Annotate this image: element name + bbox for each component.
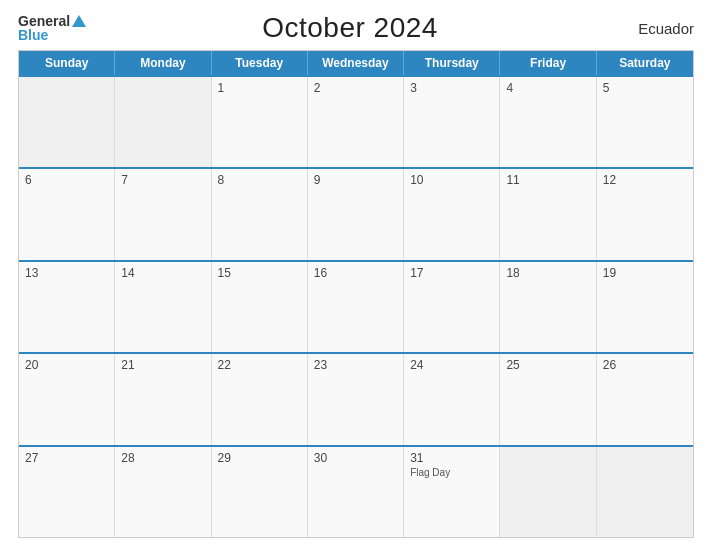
calendar-cell: [115, 77, 211, 167]
logo: General Blue: [18, 14, 86, 42]
calendar-cell: 27: [19, 447, 115, 537]
calendar-cell: 16: [308, 262, 404, 352]
calendar-cell: 7: [115, 169, 211, 259]
day-number: 13: [25, 266, 108, 280]
day-number: 23: [314, 358, 397, 372]
country-label: Ecuador: [614, 20, 694, 37]
page: General Blue October 2024 Ecuador Sunday…: [0, 0, 712, 550]
day-number: 25: [506, 358, 589, 372]
calendar-cell: 4: [500, 77, 596, 167]
day-number: 28: [121, 451, 204, 465]
calendar-cell: 9: [308, 169, 404, 259]
calendar-cell: 3: [404, 77, 500, 167]
calendar-cell: 14: [115, 262, 211, 352]
day-number: 2: [314, 81, 397, 95]
day-number: 26: [603, 358, 687, 372]
header-day-thursday: Thursday: [404, 51, 500, 75]
header-day-sunday: Sunday: [19, 51, 115, 75]
logo-blue-text: Blue: [18, 28, 48, 42]
calendar-cell: 31Flag Day: [404, 447, 500, 537]
calendar-cell: 11: [500, 169, 596, 259]
calendar-cell: 6: [19, 169, 115, 259]
logo-general-text: General: [18, 14, 70, 28]
calendar-cell: 8: [212, 169, 308, 259]
calendar-cell: 12: [597, 169, 693, 259]
week-row-3: 13141516171819: [19, 260, 693, 352]
day-number: 31: [410, 451, 493, 465]
calendar-cell: 20: [19, 354, 115, 444]
event-label: Flag Day: [410, 467, 493, 478]
logo-triangle-icon: [72, 15, 86, 27]
calendar-cell: [19, 77, 115, 167]
calendar-cell: 26: [597, 354, 693, 444]
calendar-cell: 19: [597, 262, 693, 352]
day-number: 14: [121, 266, 204, 280]
header-day-friday: Friday: [500, 51, 596, 75]
calendar: SundayMondayTuesdayWednesdayThursdayFrid…: [18, 50, 694, 538]
day-number: 7: [121, 173, 204, 187]
calendar-cell: 21: [115, 354, 211, 444]
calendar-cell: 10: [404, 169, 500, 259]
calendar-header-row: SundayMondayTuesdayWednesdayThursdayFrid…: [19, 51, 693, 75]
calendar-cell: 29: [212, 447, 308, 537]
day-number: 30: [314, 451, 397, 465]
calendar-cell: 24: [404, 354, 500, 444]
header-day-tuesday: Tuesday: [212, 51, 308, 75]
day-number: 16: [314, 266, 397, 280]
day-number: 18: [506, 266, 589, 280]
header: General Blue October 2024 Ecuador: [18, 12, 694, 44]
calendar-cell: 1: [212, 77, 308, 167]
day-number: 24: [410, 358, 493, 372]
day-number: 11: [506, 173, 589, 187]
day-number: 3: [410, 81, 493, 95]
calendar-cell: 30: [308, 447, 404, 537]
day-number: 22: [218, 358, 301, 372]
calendar-cell: [500, 447, 596, 537]
calendar-cell: [597, 447, 693, 537]
day-number: 10: [410, 173, 493, 187]
day-number: 9: [314, 173, 397, 187]
calendar-cell: 15: [212, 262, 308, 352]
day-number: 6: [25, 173, 108, 187]
header-day-wednesday: Wednesday: [308, 51, 404, 75]
calendar-title-block: October 2024: [86, 12, 614, 44]
calendar-cell: 5: [597, 77, 693, 167]
day-number: 8: [218, 173, 301, 187]
week-row-5: 2728293031Flag Day: [19, 445, 693, 537]
day-number: 5: [603, 81, 687, 95]
day-number: 27: [25, 451, 108, 465]
day-number: 19: [603, 266, 687, 280]
calendar-body: 1234567891011121314151617181920212223242…: [19, 75, 693, 537]
day-number: 4: [506, 81, 589, 95]
calendar-title: October 2024: [86, 12, 614, 44]
header-day-saturday: Saturday: [597, 51, 693, 75]
week-row-1: 12345: [19, 75, 693, 167]
calendar-cell: 18: [500, 262, 596, 352]
calendar-cell: 25: [500, 354, 596, 444]
day-number: 21: [121, 358, 204, 372]
calendar-cell: 2: [308, 77, 404, 167]
day-number: 20: [25, 358, 108, 372]
calendar-cell: 28: [115, 447, 211, 537]
calendar-cell: 22: [212, 354, 308, 444]
day-number: 12: [603, 173, 687, 187]
day-number: 17: [410, 266, 493, 280]
day-number: 29: [218, 451, 301, 465]
calendar-cell: 13: [19, 262, 115, 352]
week-row-4: 20212223242526: [19, 352, 693, 444]
calendar-cell: 23: [308, 354, 404, 444]
header-day-monday: Monday: [115, 51, 211, 75]
week-row-2: 6789101112: [19, 167, 693, 259]
day-number: 1: [218, 81, 301, 95]
day-number: 15: [218, 266, 301, 280]
calendar-cell: 17: [404, 262, 500, 352]
